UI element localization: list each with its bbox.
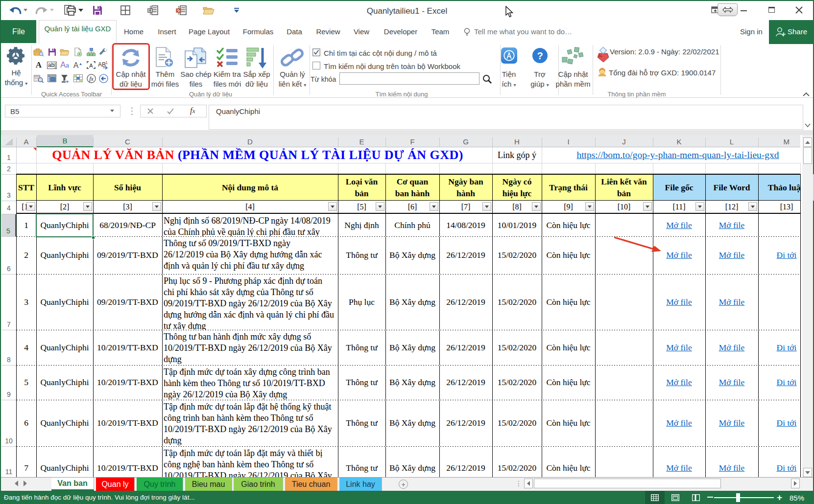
svg-text:1: 1 (105, 61, 108, 65)
svg-text:?: ? (537, 50, 543, 61)
svg-text:AB: AB (98, 61, 106, 68)
svg-text:A: A (89, 63, 93, 69)
svg-text:fx: fx (89, 75, 94, 82)
